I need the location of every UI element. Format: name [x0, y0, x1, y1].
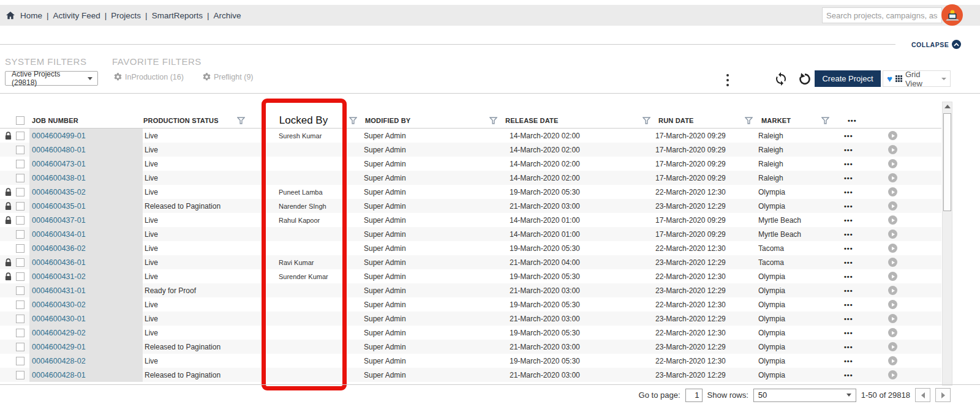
row-checkbox[interactable]: [16, 216, 24, 225]
play-button[interactable]: [888, 328, 897, 337]
nav-item-activity-feed[interactable]: Activity Feed: [53, 11, 100, 20]
play-button[interactable]: [888, 300, 897, 309]
column-header-locked-by[interactable]: Locked By: [260, 112, 347, 129]
row-actions-button[interactable]: •••: [820, 368, 873, 382]
play-button[interactable]: [888, 173, 897, 182]
play-button[interactable]: [888, 342, 897, 351]
row-checkbox[interactable]: [16, 160, 24, 168]
play-button[interactable]: [888, 370, 897, 379]
row-checkbox[interactable]: [16, 188, 24, 196]
row-checkbox[interactable]: [16, 315, 24, 323]
row-checkbox[interactable]: [16, 132, 24, 140]
nav-item-projects[interactable]: Projects: [111, 11, 141, 20]
row-actions-button[interactable]: •••: [820, 354, 873, 368]
job-number-link[interactable]: 0004600428-01: [32, 371, 86, 379]
filter-funnel-icon[interactable]: [349, 117, 357, 124]
row-actions-button[interactable]: •••: [820, 129, 873, 143]
refresh-icon[interactable]: [774, 72, 788, 86]
user-avatar[interactable]: [941, 4, 963, 26]
undo-icon[interactable]: [797, 72, 812, 86]
row-checkbox[interactable]: [16, 244, 24, 253]
nav-item-home[interactable]: Home: [20, 11, 42, 20]
filter-funnel-icon[interactable]: [745, 117, 753, 124]
page-number-input[interactable]: [685, 389, 703, 402]
filter-funnel-icon[interactable]: [821, 117, 829, 124]
column-header-release-date[interactable]: RELEASE DATE: [487, 112, 640, 129]
play-button[interactable]: [888, 131, 897, 140]
job-number-link[interactable]: 0004600435-01: [32, 202, 86, 211]
job-number-link[interactable]: 0004600431-02: [32, 272, 86, 281]
row-actions-button[interactable]: •••: [820, 185, 873, 199]
job-number-link[interactable]: 0004600430-01: [32, 315, 86, 323]
play-button[interactable]: [888, 187, 897, 196]
previous-page-button[interactable]: [915, 388, 930, 402]
job-number-link[interactable]: 0004600429-02: [32, 329, 86, 337]
job-number-link[interactable]: 0004600428-02: [32, 357, 86, 365]
row-checkbox[interactable]: [16, 272, 24, 281]
row-actions-button[interactable]: •••: [820, 269, 873, 283]
play-button[interactable]: [888, 145, 897, 154]
play-button[interactable]: [888, 159, 897, 168]
job-number-link[interactable]: 0004600429-01: [32, 343, 86, 351]
row-actions-button[interactable]: •••: [820, 326, 873, 340]
row-checkbox[interactable]: [16, 230, 24, 239]
favorite-filter-item[interactable]: InProduction (16): [113, 72, 184, 81]
job-number-link[interactable]: 0004600436-01: [32, 258, 86, 267]
row-checkbox[interactable]: [16, 202, 24, 211]
row-checkbox[interactable]: [16, 329, 24, 337]
column-header-job-number[interactable]: JOB NUMBER: [29, 112, 143, 129]
row-actions-button[interactable]: •••: [820, 227, 873, 241]
favorite-filter-item[interactable]: Preflight (9): [202, 72, 254, 81]
column-header-market[interactable]: MARKET: [743, 112, 820, 129]
job-number-link[interactable]: 0004600431-01: [32, 286, 86, 295]
job-number-link[interactable]: 0004600480-01: [32, 146, 86, 154]
job-number-link[interactable]: 0004600499-01: [32, 132, 86, 140]
row-actions-button[interactable]: •••: [820, 143, 873, 157]
row-checkbox[interactable]: [16, 174, 24, 182]
play-button[interactable]: [888, 201, 897, 211]
row-checkbox[interactable]: [16, 357, 24, 365]
system-filter-dropdown[interactable]: Active Projects (29818): [5, 71, 98, 86]
job-number-link[interactable]: 0004600435-02: [32, 188, 86, 196]
row-actions-button[interactable]: •••: [820, 312, 873, 326]
row-actions-button[interactable]: •••: [820, 199, 873, 213]
play-button[interactable]: [888, 314, 897, 323]
home-icon[interactable]: [6, 12, 15, 20]
play-button[interactable]: [888, 286, 897, 295]
filter-funnel-icon[interactable]: [237, 117, 245, 124]
favorite-heart-icon[interactable]: ♥: [887, 74, 892, 83]
job-number-link[interactable]: 0004600434-01: [32, 230, 86, 239]
view-mode-selector[interactable]: ♥ Grid View: [883, 70, 951, 87]
more-options-button[interactable]: [723, 73, 733, 88]
row-checkbox[interactable]: [16, 300, 24, 309]
play-button[interactable]: [888, 272, 897, 281]
row-actions-button[interactable]: •••: [820, 283, 873, 297]
scrollbar-thumb[interactable]: [943, 113, 951, 211]
nav-item-smartreports[interactable]: SmartReports: [152, 11, 203, 20]
play-button[interactable]: [888, 244, 897, 253]
row-actions-button[interactable]: •••: [820, 157, 873, 171]
row-checkbox[interactable]: [16, 343, 24, 351]
vertical-scrollbar[interactable]: [942, 102, 952, 386]
scroll-up-arrow-icon[interactable]: [944, 105, 951, 108]
row-actions-button[interactable]: •••: [820, 241, 873, 255]
play-button[interactable]: [888, 258, 897, 267]
filter-funnel-icon[interactable]: [489, 117, 497, 124]
job-number-link[interactable]: 0004600436-02: [32, 244, 86, 253]
column-header-modified-by[interactable]: MODIFIED BY: [347, 112, 487, 129]
column-header-production-status[interactable]: PRODUCTION STATUS: [143, 112, 260, 129]
next-page-button[interactable]: [935, 388, 951, 402]
row-actions-button[interactable]: •••: [820, 297, 873, 312]
select-all-checkbox[interactable]: [16, 116, 24, 125]
play-button[interactable]: [888, 356, 897, 365]
job-number-link[interactable]: 0004600430-02: [32, 300, 86, 309]
row-checkbox[interactable]: [16, 371, 24, 379]
row-checkbox[interactable]: [16, 258, 24, 267]
row-actions-button[interactable]: •••: [820, 213, 873, 227]
row-actions-button[interactable]: •••: [820, 171, 873, 185]
column-header-actions[interactable]: •••: [820, 112, 873, 129]
nav-item-archive[interactable]: Archive: [213, 11, 241, 20]
rows-per-page-select[interactable]: 50: [753, 389, 856, 402]
filter-funnel-icon[interactable]: [643, 117, 650, 124]
job-number-link[interactable]: 0004600438-01: [32, 174, 86, 182]
